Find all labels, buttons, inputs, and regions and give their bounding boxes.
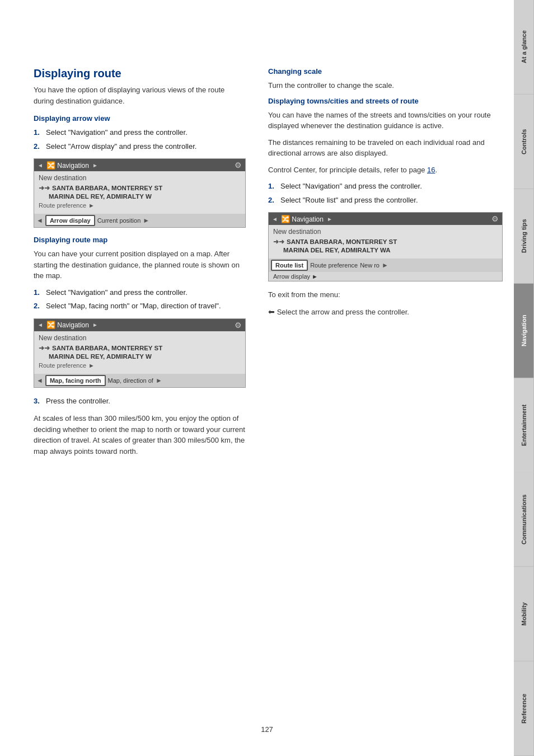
nav-route-settings-icon: ⚙ [491,214,499,223]
destination-2: MARINA DEL REY, ADMIRALTY W [39,193,241,200]
changing-scale-heading: Changing scale [268,67,503,76]
nav-header-right-arrow: ► [92,162,98,168]
sidebar-tab-entertainment[interactable]: Entertainment [514,378,534,473]
page-number: 127 [261,725,273,734]
arrow-view-steps: 1. Select "Navigation" and press the con… [34,127,246,152]
right-column: Changing scale Turn the controller to ch… [257,0,514,756]
left-column: Displaying route You have the option of … [0,0,257,756]
towns-cities-para3: Control Center, for principle details, r… [268,165,503,176]
route-skip-right-icon: ► [382,261,388,269]
map-new-destination-label: New destination [39,334,241,342]
nav-ui-map-header: ◄ 🔀 Navigation ► ⚙ [34,319,245,331]
arrow-display-button[interactable]: Arrow display [45,215,95,226]
towns-cities-steps: 1. Select "Navigation" and press the con… [268,181,503,205]
settings-icon: ⚙ [235,161,242,170]
route-map-step-3: 3. Press the controller. [34,396,246,407]
nav-ui-arrow-display: ◄ 🔀 Navigation ► ⚙ New destination ➜➜ SA… [34,158,246,228]
nav-ui-route-body: New destination ➜➜ SANTA BARBARA, MONTER… [269,225,502,259]
nav-route-header-right-arrow: ► [327,216,332,222]
map-facing-north-button[interactable]: Map, facing north [45,375,106,386]
skip-right-icon: ► [143,217,149,224]
arrow-view-heading: Displaying arrow view [34,114,246,123]
exit-text-prefix: To exit from the menu: [268,289,503,300]
route-map-intro: You can have your current position displ… [34,248,246,281]
main-content: Displaying route You have the option of … [0,0,514,756]
sidebar-tab-navigation[interactable]: Navigation [514,284,534,378]
towns-cities-step-1: 1. Select "Navigation" and press the con… [268,181,503,192]
arrow-view-step-1: 1. Select "Navigation" and press the con… [34,127,246,138]
sidebar: At a glance Controls Driving tips Naviga… [514,0,534,756]
route-pref-arrow: ► [88,202,95,209]
nav-ui-route-bottom-bar: Route list Route preference New ro ► [269,259,502,272]
nav-header-left-arrow: ◄ [38,162,43,168]
map-destination-2: MARINA DEL REY, ADMIRALTY W [39,353,241,360]
route-preference-label: Route preference [310,262,358,269]
nav-ui-arrow-bottom-bar: ◄ Arrow display Current position ► [34,214,245,227]
sidebar-tab-communications[interactable]: Communications [514,472,534,567]
route-destination-2: MARINA DEL REY, ADMIRALTY WA [273,247,498,253]
route-dest-arrows: ➜➜ [273,238,284,246]
map-route-preference: Route preference ► [39,362,241,369]
section-intro: You have the option of displaying variou… [34,84,246,106]
map-skip-right-icon: ► [156,377,162,384]
page-16-link[interactable]: 16 [427,166,435,174]
route-new-destination-label: New destination [273,228,498,236]
sidebar-tab-reference[interactable]: Reference [514,661,534,756]
route-map-description: At scales of less than 300 miles/500 km,… [34,413,246,457]
route-map-step-2: 2. Select "Map, facing north" or "Map, d… [34,300,246,312]
map-route-pref-arrow: ► [88,362,95,369]
nav-map-header-left-arrow: ◄ [38,322,43,328]
exit-text: ⬅ Select the arrow and press the control… [268,306,503,318]
map-direction-label: Map, direction of [108,377,153,384]
destination-1: ➜➜ SANTA BARBARA, MONTERREY ST [39,184,241,192]
route-destination-1: ➜➜ SANTA BARBARA, MONTERREY ST [273,238,498,246]
map-dest-arrows: ➜➜ [39,344,50,352]
route-map-step3-list: 3. Press the controller. [34,396,246,407]
towns-cities-para2: The distances remaining to be traveled o… [268,137,503,159]
arrow-display-row: Arrow display ► [269,272,502,281]
nav-ui-route-header: ◄ 🔀 Navigation ► ⚙ [269,213,502,225]
section-title: Displaying route [34,67,246,80]
nav-route-header-left-arrow: ◄ [272,216,278,222]
nav-map-header-right-arrow: ► [92,322,98,328]
nav-ui-map-body: New destination ➜➜ SANTA BARBARA, MONTER… [34,331,245,374]
nav-ui-map-display: ◄ 🔀 Navigation ► ⚙ New destination ➜➜ SA… [34,318,246,388]
arrow-view-step-2: 2. Select "Arrow display" and press the … [34,141,246,152]
towns-cities-para1: You can have the names of the streets an… [268,110,503,132]
changing-scale-text: Turn the controller to change the scale. [268,80,503,91]
sidebar-tab-driving-tips[interactable]: Driving tips [514,189,534,284]
new-destination-label: New destination [39,174,241,182]
skip-left-icon: ◄ [36,217,43,224]
sidebar-tab-at-a-glance[interactable]: At a glance [514,0,534,95]
sidebar-tab-mobility[interactable]: Mobility [514,567,534,661]
route-map-steps: 1. Select "Navigation" and press the con… [34,287,246,312]
nav-ui-arrow-header: ◄ 🔀 Navigation ► ⚙ [34,159,245,171]
route-map-heading: Displaying route map [34,236,246,244]
towns-cities-step-2: 2. Select "Route list" and press the con… [268,195,503,206]
nav-route-header-title: 🔀 Navigation [281,215,324,223]
nav-header-title: 🔀 Navigation [46,161,89,170]
nav-map-header-title: 🔀 Navigation [46,321,89,329]
route-list-button[interactable]: Route list [271,260,308,271]
current-position-label: Current position [97,217,141,224]
nav-ui-map-bottom-bar: ◄ Map, facing north Map, direction of ► [34,374,245,387]
map-skip-left-icon: ◄ [36,377,43,384]
map-destination-1: ➜➜ SANTA BARBARA, MONTERREY ST [39,344,241,352]
back-arrow-icon: ⬅ [268,307,275,316]
sidebar-tab-controls[interactable]: Controls [514,95,534,189]
dest-arrows: ➜➜ [39,184,50,192]
route-preference: Route preference ► [39,202,241,209]
nav-map-settings-icon: ⚙ [235,321,242,330]
nav-ui-arrow-body: New destination ➜➜ SANTA BARBARA, MONTER… [34,171,245,214]
new-route-label: New ro [360,262,380,269]
route-map-step-1: 1. Select "Navigation" and press the con… [34,287,246,298]
nav-ui-route-list: ◄ 🔀 Navigation ► ⚙ New destination ➜➜ SA… [268,212,503,281]
towns-cities-heading: Displaying towns/cities and streets of r… [268,97,503,105]
